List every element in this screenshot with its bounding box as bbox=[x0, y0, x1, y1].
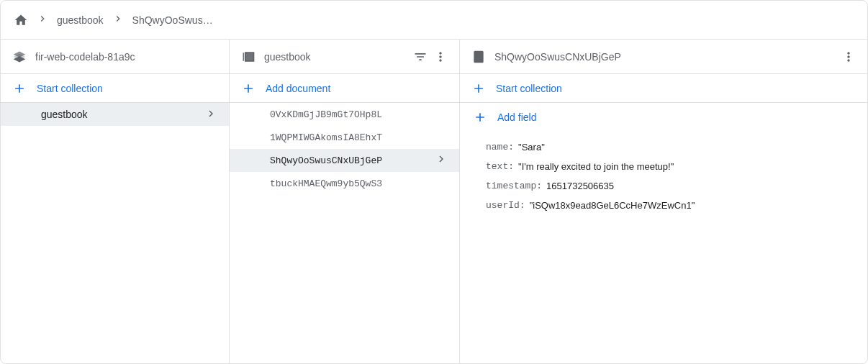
document-item[interactable]: ShQwyOoSwusCNxUBjGeP bbox=[230, 149, 459, 172]
document-item[interactable]: 0VxKDmGjJB9mGt7OHp8L bbox=[230, 103, 459, 126]
field-row[interactable]: name: Sara bbox=[460, 137, 867, 157]
collection-panel-title: guestbook bbox=[264, 51, 404, 63]
start-collection-label: Start collection bbox=[496, 83, 562, 94]
root-panel-title: fir-web-codelab-81a9c bbox=[35, 51, 217, 63]
plus-icon bbox=[241, 81, 256, 96]
document-fields: name: Sara text: I'm really excited to j… bbox=[460, 132, 867, 221]
document-item[interactable]: tbuckHMAEQwm9yb5QwS3 bbox=[230, 172, 459, 195]
root-panel-header: fir-web-codelab-81a9c bbox=[1, 40, 229, 74]
collection-header-actions bbox=[413, 50, 448, 64]
field-row[interactable]: timestamp: 1651732506635 bbox=[460, 176, 867, 196]
start-collection-button[interactable]: Start collection bbox=[1, 74, 229, 103]
field-value: iSQw18x9ead8GeL6CcHe7WzEwCn1 bbox=[530, 200, 695, 211]
field-value: I'm really excited to join the meetup! bbox=[518, 161, 674, 172]
more-vert-icon[interactable] bbox=[841, 50, 856, 64]
document-panel: ShQwyOoSwusCNxUBjGeP Start collection Ad… bbox=[460, 40, 867, 363]
home-icon[interactable] bbox=[14, 13, 28, 27]
document-icon bbox=[471, 50, 486, 64]
plus-icon bbox=[473, 110, 487, 124]
field-key: text: bbox=[486, 161, 514, 172]
collections-list: guestbook bbox=[1, 103, 229, 363]
collection-panel-header: guestbook bbox=[230, 40, 459, 74]
collection-icon bbox=[241, 50, 256, 64]
collection-item-name: guestbook bbox=[41, 109, 88, 120]
collection-panel: guestbook Add document 0VxKD bbox=[230, 40, 460, 363]
add-field-button[interactable]: Add field bbox=[460, 103, 867, 132]
document-id: 1WQPMIWGAkomsIA8EhxT bbox=[270, 132, 382, 143]
chevron-right-icon bbox=[204, 107, 217, 122]
collection-item[interactable]: guestbook bbox=[1, 103, 229, 126]
panels: fir-web-codelab-81a9c Start collection g… bbox=[1, 40, 867, 363]
field-key: name: bbox=[486, 142, 514, 153]
database-icon bbox=[12, 50, 27, 64]
breadcrumb-document[interactable]: ShQwyOoSwus… bbox=[132, 14, 213, 26]
breadcrumb: guestbook ShQwyOoSwus… bbox=[1, 1, 867, 40]
document-panel-title: ShQwyOoSwusCNxUBjGeP bbox=[494, 51, 833, 63]
add-document-label: Add document bbox=[266, 83, 330, 94]
chevron-right-icon bbox=[112, 13, 124, 27]
field-row[interactable]: userId: iSQw18x9ead8GeL6CcHe7WzEwCn1 bbox=[460, 196, 867, 215]
chevron-right-icon bbox=[37, 13, 48, 27]
document-panel-header: ShQwyOoSwusCNxUBjGeP bbox=[460, 40, 867, 74]
field-key: timestamp: bbox=[486, 181, 542, 191]
start-collection-button[interactable]: Start collection bbox=[460, 74, 867, 103]
document-id: 0VxKDmGjJB9mGt7OHp8L bbox=[270, 109, 382, 120]
documents-list: 0VxKDmGjJB9mGt7OHp8L 1WQPMIWGAkomsIA8Ehx… bbox=[230, 103, 459, 363]
breadcrumb-collection[interactable]: guestbook bbox=[57, 14, 104, 26]
document-header-actions bbox=[841, 50, 856, 64]
more-vert-icon[interactable] bbox=[433, 50, 448, 64]
plus-icon bbox=[471, 81, 486, 96]
field-value: Sara bbox=[518, 142, 545, 153]
document-item[interactable]: 1WQPMIWGAkomsIA8EhxT bbox=[230, 126, 459, 149]
add-document-button[interactable]: Add document bbox=[230, 74, 459, 103]
plus-icon bbox=[12, 81, 27, 96]
field-row[interactable]: text: I'm really excited to join the mee… bbox=[460, 157, 867, 176]
document-id: tbuckHMAEQwm9yb5QwS3 bbox=[270, 178, 382, 189]
document-id: ShQwyOoSwusCNxUBjGeP bbox=[270, 155, 382, 166]
chevron-right-icon bbox=[435, 153, 448, 168]
field-key: userId: bbox=[486, 200, 525, 211]
root-panel: fir-web-codelab-81a9c Start collection g… bbox=[1, 40, 230, 363]
firestore-data-viewer: guestbook ShQwyOoSwus… fir-web-codelab-8… bbox=[0, 0, 868, 364]
add-field-label: Add field bbox=[497, 112, 536, 123]
start-collection-label: Start collection bbox=[37, 83, 103, 94]
field-value: 1651732506635 bbox=[546, 181, 614, 191]
filter-icon[interactable] bbox=[413, 50, 428, 64]
